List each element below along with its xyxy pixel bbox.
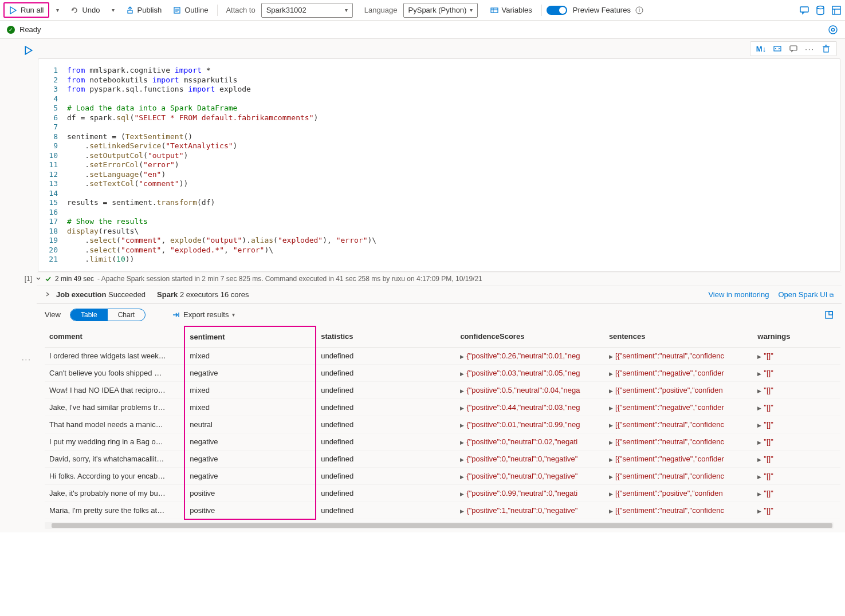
data-icon[interactable] [815,5,826,15]
chevron-down-icon: ▾ [112,7,115,13]
disclose-icon[interactable]: ▶ [609,422,613,428]
table-row[interactable]: That hand model needs a manic…neutralund… [45,416,840,433]
cell-sentiment: neutral [184,416,316,433]
disclose-icon[interactable]: ▶ [460,457,464,463]
disclose-icon[interactable]: ▶ [757,405,761,411]
disclose-icon[interactable]: ▶ [609,474,613,480]
col-statistics[interactable]: statistics [316,326,455,348]
cell-sentences: ▶[{"sentiment":"positive","confiden [604,381,753,398]
cell-warnings: ▶"[]" [753,398,840,416]
delete-cell-icon[interactable] [822,44,831,53]
disclose-icon[interactable]: ▶ [460,405,464,411]
col-comment[interactable]: comment [45,326,184,348]
code-content[interactable]: from mmlspark.cognitive import * from no… [67,66,840,264]
disclose-icon[interactable]: ▶ [609,388,613,394]
more-icon[interactable]: ··· [805,45,815,53]
disclose-icon[interactable]: ▶ [757,474,761,480]
attach-to-combo[interactable]: Spark31002 ▾ [261,3,353,18]
col-confidenceScores[interactable]: confidenceScores [455,326,604,348]
view-chart-button[interactable]: Chart [108,309,145,321]
svg-rect-20 [790,46,797,50]
export-results-button[interactable]: Export results ▾ [172,310,235,319]
table-row[interactable]: Can't believe you fools shipped …negativ… [45,364,840,381]
info-icon[interactable]: i [635,6,643,14]
disclose-icon[interactable]: ▶ [609,491,613,497]
table-row[interactable]: I put my wedding ring in a Bag o…negativ… [45,433,840,450]
code-cell: 123456789101112131415161718192021 from m… [38,58,840,272]
publish-button[interactable]: Publish [121,3,167,17]
cell-confidenceScores: ▶{"positive":0.5,"neutral":0.04,"nega [455,381,604,398]
disclose-icon[interactable]: ▶ [609,440,613,445]
table-row[interactable]: David, sorry, it's whatchamacallit…negat… [45,450,840,467]
col-sentences[interactable]: sentences [604,326,753,348]
spark-detail: 2 executors 16 cores [180,290,249,299]
table-row[interactable]: I ordered three widgets last week…mixedu… [45,347,840,364]
view-table-button[interactable]: Table [70,309,108,321]
disclose-icon[interactable]: ▶ [460,508,464,514]
disclose-icon[interactable]: ▶ [460,388,464,394]
undo-dropdown[interactable]: ▾ [107,5,119,15]
properties-icon[interactable] [831,5,842,15]
attach-to-label: Attach to [226,6,255,14]
table-row[interactable]: Maria, I'm pretty sure the folks at…posi… [45,502,840,519]
disclose-icon[interactable]: ▶ [609,508,613,514]
comment-icon[interactable] [799,5,809,15]
disclose-icon[interactable]: ▶ [460,354,464,360]
undo-button[interactable]: Undo [66,3,104,17]
cell-confidenceScores: ▶{"positive":0.44,"neutral":0.03,"neg [455,398,604,416]
disclose-icon[interactable]: ▶ [757,354,761,360]
disclose-icon[interactable]: ▶ [757,422,761,428]
language-combo[interactable]: PySpark (Python) ▾ [403,3,478,18]
col-sentiment[interactable]: sentiment [184,326,316,348]
cell-sentiment: positive [184,502,316,519]
chevron-down-icon: ▾ [232,311,235,318]
cell-comment-icon[interactable] [789,44,798,53]
outline-button[interactable]: Outline [168,3,213,17]
disclose-icon[interactable]: ▶ [460,422,464,428]
disclose-icon[interactable]: ▶ [609,371,613,377]
cell-confidenceScores: ▶{"positive":1,"neutral":0,"negative" [455,502,604,519]
cell-comment: Can't believe you fools shipped … [45,364,184,381]
cell-warnings: ▶"[]" [753,381,840,398]
run-dropdown-button[interactable]: ▾ [52,5,64,15]
variables-button[interactable]: Variables [486,3,537,17]
table-row[interactable]: Wow! I had NO IDEA that recipro…mixedund… [45,381,840,398]
maximize-output-icon[interactable] [824,310,834,319]
cell-warnings: ▶"[]" [753,467,840,484]
expand-icon[interactable] [36,276,41,282]
cell-sentiment: mixed [184,381,316,398]
col-warnings[interactable]: warnings [753,326,840,348]
markdown-toggle-icon[interactable]: M↓ [756,45,766,53]
disclose-icon[interactable]: ▶ [609,405,613,411]
horizontal-scrollbar[interactable] [45,522,834,529]
chevron-right-icon[interactable] [45,291,50,297]
view-monitoring-link[interactable]: View in monitoring [708,290,769,299]
preview-features-toggle[interactable] [547,6,567,15]
table-row[interactable]: Jake, it's probably none of my bu…positi… [45,484,840,502]
results-table: commentsentimentstatisticsconfidenceScor… [45,326,840,520]
cell-more-icon[interactable]: ··· [22,355,32,364]
open-spark-ui-link[interactable]: Open Spark UI ⧉ [778,290,834,299]
disclose-icon[interactable]: ▶ [460,371,464,377]
disclose-icon[interactable]: ▶ [757,440,761,445]
table-row[interactable]: Hi folks. According to your encab…negati… [45,467,840,484]
disclose-icon[interactable]: ▶ [757,491,761,497]
undo-icon [70,6,78,14]
disclose-icon[interactable]: ▶ [757,388,761,394]
disclose-icon[interactable]: ▶ [460,474,464,480]
disclose-icon[interactable]: ▶ [757,457,761,463]
cell-confidenceScores: ▶{"positive":0,"neutral":0.02,"negati [455,433,604,450]
disclose-icon[interactable]: ▶ [757,371,761,377]
settings-circle-icon[interactable] [828,25,838,35]
disclose-icon[interactable]: ▶ [609,354,613,360]
run-cell-icon[interactable] [24,46,33,55]
disclose-icon[interactable]: ▶ [757,508,761,514]
cell-convert-icon[interactable] [773,44,782,53]
disclose-icon[interactable]: ▶ [460,491,464,497]
run-all-button[interactable]: Run all [3,2,49,18]
disclose-icon[interactable]: ▶ [609,457,613,463]
table-row[interactable]: Jake, I've had similar problems tr…mixed… [45,398,840,416]
play-icon [9,6,17,14]
disclose-icon[interactable]: ▶ [460,440,464,445]
cell-warnings: ▶"[]" [753,433,840,450]
